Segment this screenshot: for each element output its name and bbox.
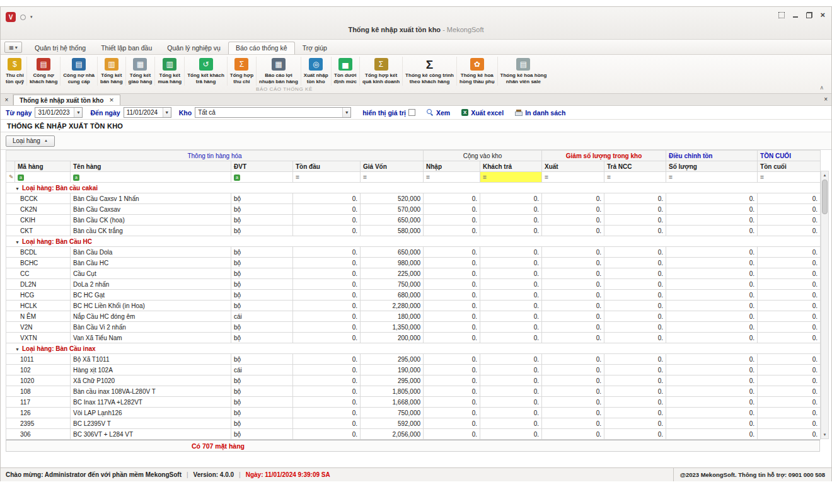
cell-ten-hang[interactable]: Nắp Cầu HC đóng êm — [71, 311, 231, 322]
cell-so-luong[interactable]: 0. — [666, 226, 758, 236]
cell-dvt[interactable]: bộ — [231, 258, 293, 268]
cell-nhap[interactable]: 0. — [424, 268, 480, 279]
menu-tab-quan-ly-nghiep-vu[interactable]: Quản lý nghiệp vụ — [159, 42, 228, 54]
cell-nhap[interactable]: 0. — [424, 418, 480, 429]
cell-ten-hang[interactable]: Bàn Cầu HC — [71, 258, 231, 268]
cell-xuat[interactable]: 0. — [542, 429, 604, 440]
cell-xuat[interactable]: 0. — [542, 258, 604, 268]
cell-ma-hang[interactable]: CC — [6, 268, 71, 279]
cell-tra-ncc[interactable]: 0. — [604, 258, 666, 268]
cell-tra-ncc[interactable]: 0. — [604, 204, 666, 215]
cell-khach-tra[interactable]: 0. — [480, 247, 542, 258]
cell-ten-hang[interactable]: BC 306VT + L284 VT — [71, 429, 231, 440]
cell-nhap[interactable]: 0. — [424, 290, 480, 301]
cell-gia-von[interactable]: 180,000 — [361, 311, 424, 322]
cell-gia-von[interactable]: 750,000 — [361, 408, 424, 418]
cell-ten-hang[interactable]: Bàn Cầu Vi 2 nhấn — [71, 322, 231, 333]
cell-gia-von[interactable]: 2,280,000 — [361, 301, 424, 311]
cell-nhap[interactable]: 0. — [424, 258, 480, 268]
cell-dvt[interactable]: cái — [231, 311, 293, 322]
cell-ten-hang[interactable]: BC Inax 117VA +L282VT — [71, 397, 231, 408]
cell-so-luong[interactable]: 0. — [666, 375, 758, 386]
cell-ma-hang[interactable]: BCCK — [6, 193, 71, 204]
cell-so-luong[interactable]: 0. — [666, 408, 758, 418]
project-stats-button[interactable]: ΣThống kê công trình theo khách hàng — [402, 57, 456, 86]
cell-khach-tra[interactable]: 0. — [480, 215, 542, 226]
cell-dvt[interactable]: bộ — [231, 226, 293, 236]
cell-ton-cuoi[interactable]: 0. — [758, 193, 821, 204]
column-header-dvt[interactable]: ĐVT — [231, 161, 293, 172]
cell-ton-cuoi[interactable]: 0. — [758, 215, 821, 226]
cell-ton-dau[interactable]: 0. — [293, 365, 361, 375]
cell-xuat[interactable]: 0. — [542, 290, 604, 301]
quick-access-circle-icon[interactable] — [20, 14, 26, 20]
cell-ma-hang[interactable]: 1020 — [6, 375, 71, 386]
cell-tra-ncc[interactable]: 0. — [604, 311, 666, 322]
cell-khach-tra[interactable]: 0. — [480, 204, 542, 215]
filter-cell-ton-cuoi[interactable]: = — [758, 172, 821, 183]
cell-dvt[interactable]: cái — [231, 365, 293, 375]
cell-ton-dau[interactable]: 0. — [293, 301, 361, 311]
cell-ten-hang[interactable]: BC HC Liền Khối (in Hoa) — [71, 301, 231, 311]
sales-summary-button[interactable]: ▥Tổng kết bán hàng — [97, 57, 125, 86]
cell-dvt[interactable]: bộ — [231, 204, 293, 215]
cell-ton-cuoi[interactable]: 0. — [758, 429, 821, 440]
cell-tra-ncc[interactable]: 0. — [604, 354, 666, 365]
cell-khach-tra[interactable]: 0. — [480, 375, 542, 386]
cell-so-luong[interactable]: 0. — [666, 397, 758, 408]
cell-ma-hang[interactable]: BCHC — [6, 258, 71, 268]
cell-gia-von[interactable]: 2,056,000 — [361, 429, 424, 440]
cell-khach-tra[interactable]: 0. — [480, 397, 542, 408]
cell-gia-von[interactable]: 650,000 — [361, 215, 424, 226]
column-header-khach-tra[interactable]: Khách trả — [480, 161, 542, 172]
cell-gia-von[interactable]: 980,000 — [361, 258, 424, 268]
cell-nhap[interactable]: 0. — [424, 311, 480, 322]
group-row-cell[interactable]: ▼Loại hàng: Bàn cầu cakai — [6, 183, 821, 193]
menu-launcher-button[interactable]: ▦▾ — [4, 42, 22, 53]
cell-ton-dau[interactable]: 0. — [293, 354, 361, 365]
chevron-down-icon[interactable]: ▼ — [163, 108, 171, 117]
document-tab-active[interactable]: Thống kê nhập xuất tồn kho ✕ — [13, 94, 120, 105]
cell-nhap[interactable]: 0. — [424, 322, 480, 333]
supplier-debt-button[interactable]: ▤Công nợ nhà cung cấp — [60, 57, 97, 86]
cell-khach-tra[interactable]: 0. — [480, 365, 542, 375]
cell-ma-hang[interactable]: DL2N — [6, 279, 71, 290]
cell-ma-hang[interactable]: CKIH — [6, 215, 71, 226]
cell-ten-hang[interactable]: Bàn Cầu Caxsav — [71, 204, 231, 215]
cell-dvt[interactable]: bộ — [231, 247, 293, 258]
group-row-loai-hang-ban-cau-inax[interactable]: ▼Loại hàng: Bàn Cầu inax — [6, 343, 821, 354]
menu-tab-quan-tri-he-thong[interactable]: Quản trị hệ thống — [27, 42, 93, 54]
cell-ten-hang[interactable]: Van Xã Tiểu Nam — [71, 333, 231, 343]
cell-gia-von[interactable]: 1,668,000 — [361, 397, 424, 408]
cell-khach-tra[interactable]: 0. — [480, 418, 542, 429]
filter-cell-gia-von[interactable]: = — [361, 172, 424, 183]
profit-report-button[interactable]: ▦Báo cáo lợi nhuận bán hàng — [256, 57, 301, 86]
cell-nhap[interactable]: 0. — [424, 408, 480, 418]
restore-icon[interactable] — [806, 12, 812, 18]
cell-dvt[interactable]: bộ — [231, 333, 293, 343]
cell-ma-hang[interactable]: V2N — [6, 322, 71, 333]
cell-ton-dau[interactable]: 0. — [293, 204, 361, 215]
cell-so-luong[interactable]: 0. — [666, 247, 758, 258]
cell-ma-hang[interactable]: 126 — [6, 408, 71, 418]
delivery-summary-button[interactable]: ▦Tổng kết giao hàng — [125, 57, 155, 86]
cell-khach-tra[interactable]: 0. — [480, 429, 542, 440]
cell-so-luong[interactable]: 0. — [666, 204, 758, 215]
cell-xuat[interactable]: 0. — [542, 408, 604, 418]
collapse-arrow-icon[interactable]: ▼ — [15, 240, 20, 244]
cell-ma-hang[interactable]: N ÊM — [6, 311, 71, 322]
cell-gia-von[interactable]: 1,805,000 — [361, 386, 424, 397]
column-header-ma-hang[interactable]: Mã hàng — [15, 161, 71, 172]
cell-dvt[interactable]: bộ — [231, 215, 293, 226]
group-row-loai-hang-ban-cau-hc[interactable]: ▼Loại hàng: Bàn Cầu HC — [6, 236, 821, 247]
cell-xuat[interactable]: 0. — [542, 247, 604, 258]
cell-nhap[interactable]: 0. — [424, 215, 480, 226]
cell-so-luong[interactable]: 0. — [666, 215, 758, 226]
cell-xuat[interactable]: 0. — [542, 397, 604, 408]
cell-dvt[interactable]: bộ — [231, 290, 293, 301]
column-header-so-luong[interactable]: Số lượng — [666, 161, 758, 172]
cell-ten-hang[interactable]: Xã Chữ P1020 — [71, 375, 231, 386]
cell-tra-ncc[interactable]: 0. — [604, 290, 666, 301]
column-header-xuat[interactable]: Xuất — [542, 161, 604, 172]
cell-ton-cuoi[interactable]: 0. — [758, 408, 821, 418]
